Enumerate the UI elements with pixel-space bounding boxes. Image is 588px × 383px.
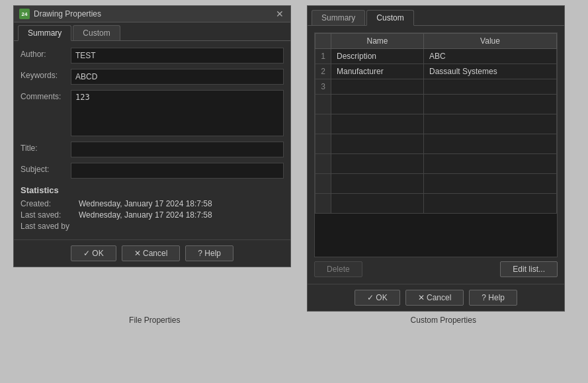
custom-table-wrapper: Name Value 1 Description ABC 2 Manufactu… [314, 32, 558, 257]
table-row: 1 Description ABC [315, 49, 557, 64]
stat-lastsaved-value: Wednesday, January 17 2024 18:7:58 [79, 210, 212, 220]
row-value-3[interactable] [424, 79, 557, 95]
stat-created-label: Created: [21, 199, 73, 208]
stat-lastsaved-label: Last saved: [21, 210, 73, 220]
table-row-empty [315, 114, 557, 134]
title-label: Title: [21, 142, 65, 153]
dialog-body-right: Name Value 1 Description ABC 2 Manufactu… [308, 26, 564, 284]
ok-button-right[interactable]: ✓ OK [355, 290, 400, 306]
tab-custom-right[interactable]: Custom [366, 10, 413, 26]
row-value-2[interactable]: Dassault Systemes [424, 64, 557, 79]
table-row: 2 Manufacturer Dassault Systemes [315, 64, 557, 79]
custom-properties-dialog: Summary Custom Name Value 1 [307, 5, 565, 312]
dialog-footer-right: ✓ OK ✕ Cancel ? Help [308, 284, 564, 311]
dialog-title-left: Drawing Properties [34, 9, 101, 19]
row-name-2[interactable]: Manufacturer [331, 64, 424, 79]
row-value-1[interactable]: ABC [424, 49, 557, 64]
statistics-heading: Statistics [21, 185, 284, 195]
stat-row-created: Created: Wednesday, January 17 2024 18:7… [21, 199, 284, 208]
help-button-left[interactable]: ? Help [185, 245, 233, 261]
close-button-left[interactable]: ✕ [274, 9, 285, 19]
table-row-empty [315, 154, 557, 174]
stat-lastsavedby-label: Last saved by [21, 222, 73, 231]
th-value: Value [424, 34, 557, 49]
title-field-row: Title: [21, 142, 284, 157]
delete-button[interactable]: Delete [314, 261, 362, 277]
custom-properties-table: Name Value 1 Description ABC 2 Manufactu… [315, 33, 557, 214]
app-icon: 24 [19, 9, 30, 19]
table-row: 3 [315, 79, 557, 95]
row-num-2: 2 [315, 64, 331, 79]
help-button-right[interactable]: ? Help [469, 290, 517, 306]
table-row-empty [315, 134, 557, 154]
titlebar-left-content: 24 Drawing Properties [19, 9, 101, 19]
cancel-button-left[interactable]: ✕ Cancel [122, 245, 181, 261]
app-icon-text: 24 [22, 11, 28, 17]
row-name-3[interactable] [331, 79, 424, 95]
keywords-label: Keywords: [21, 69, 65, 80]
table-row-empty [315, 95, 557, 114]
th-name: Name [331, 34, 424, 49]
table-row-empty [315, 174, 557, 194]
keywords-input[interactable] [71, 69, 284, 85]
author-field-row: Author: [21, 48, 284, 64]
subject-input[interactable] [71, 163, 284, 179]
cancel-button-right[interactable]: ✕ Cancel [405, 290, 464, 306]
tab-custom-left[interactable]: Custom [73, 25, 120, 40]
stat-created-value: Wednesday, January 17 2024 18:7:58 [79, 199, 212, 208]
th-num [315, 34, 331, 49]
stat-row-lastsavedby: Last saved by [21, 222, 284, 231]
tab-summary-left[interactable]: Summary [18, 25, 71, 41]
subject-field-row: Subject: [21, 163, 284, 179]
ok-button-left[interactable]: ✓ OK [71, 245, 116, 261]
dialog-titlebar-left: 24 Drawing Properties ✕ [14, 6, 290, 22]
comments-textarea[interactable]: 123 [71, 90, 284, 136]
custom-delete-row: Delete Edit list... [314, 257, 558, 277]
row-name-1[interactable]: Description [331, 49, 424, 64]
dialog-footer-left: ✓ OK ✕ Cancel ? Help [14, 239, 290, 267]
table-row-empty [315, 194, 557, 214]
author-input[interactable] [71, 48, 284, 64]
row-num-1: 1 [315, 49, 331, 64]
comments-label: Comments: [21, 90, 65, 101]
tab-bar-right: Summary Custom [308, 6, 564, 26]
file-properties-dialog: 24 Drawing Properties ✕ Summary Custom A… [13, 5, 291, 267]
tab-summary-right[interactable]: Summary [312, 10, 365, 25]
caption-custom-properties: Custom Properties [314, 316, 572, 325]
captions-row: File Properties Custom Properties [13, 316, 575, 325]
stat-row-lastsaved: Last saved: Wednesday, January 17 2024 1… [21, 210, 284, 220]
subject-label: Subject: [21, 163, 65, 174]
table-header-row: Name Value [315, 34, 557, 49]
caption-file-properties: File Properties [16, 316, 294, 325]
tab-bar-left: Summary Custom [14, 22, 290, 41]
row-num-3: 3 [315, 79, 331, 95]
dialog-body-left: Author: Keywords: Comments: 123 Title: S… [14, 41, 290, 239]
title-input[interactable] [71, 142, 284, 157]
edit-list-button[interactable]: Edit list... [500, 261, 558, 277]
author-label: Author: [21, 48, 65, 59]
comments-field-row: Comments: 123 [21, 90, 284, 136]
keywords-field-row: Keywords: [21, 69, 284, 85]
